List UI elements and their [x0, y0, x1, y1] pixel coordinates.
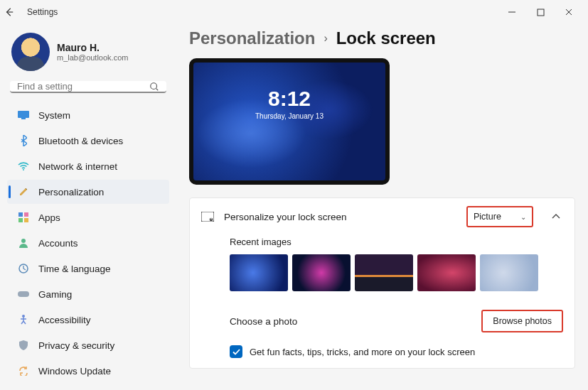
breadcrumb: Personalization › Lock screen — [189, 28, 575, 48]
personalize-row[interactable]: Personalize your lock screen Picture ⌄ — [190, 198, 574, 235]
recent-image-thumb[interactable] — [417, 254, 476, 291]
lock-screen-type-dropdown[interactable]: Picture ⌄ — [466, 206, 533, 227]
sidebar-item-accessibility[interactable]: Accessibility — [7, 308, 169, 332]
update-icon — [17, 364, 30, 377]
svg-rect-8 — [24, 218, 28, 222]
maximize-button[interactable] — [533, 4, 548, 20]
recent-image-thumb[interactable] — [230, 254, 288, 291]
nav-label: Accessibility — [38, 315, 91, 325]
personalize-label: Personalize your lock screen — [224, 212, 456, 222]
page-title: Lock screen — [336, 28, 436, 48]
nav-label: Bluetooth & devices — [38, 136, 123, 146]
fun-facts-label: Get fun facts, tips, tricks, and more on… — [250, 347, 475, 357]
recent-images-label: Recent images — [230, 237, 574, 247]
recent-image-thumb[interactable] — [292, 254, 351, 291]
svg-point-4 — [23, 169, 24, 170]
nav-label: Apps — [38, 212, 60, 223]
bluetooth-icon — [17, 134, 30, 147]
fun-facts-row[interactable]: Get fun facts, tips, tricks, and more on… — [190, 340, 574, 368]
paintbrush-icon — [17, 185, 30, 198]
svg-rect-7 — [18, 218, 23, 222]
clock-icon — [17, 262, 30, 275]
chevron-down-icon: ⌄ — [520, 213, 526, 221]
svg-point-9 — [21, 239, 26, 243]
main-content: Personalization › Lock screen 8:12 Thurs… — [176, 24, 588, 390]
svg-rect-5 — [18, 212, 23, 217]
recent-images-row — [230, 254, 574, 291]
sidebar: Mauro H. m_lab@outlook.com System Blueto… — [0, 24, 176, 390]
svg-point-12 — [22, 315, 25, 318]
dropdown-value: Picture — [474, 212, 501, 222]
nav-label: Privacy & security — [38, 340, 114, 351]
sidebar-item-update[interactable]: Windows Update — [7, 359, 169, 383]
gamepad-icon — [17, 288, 30, 300]
search-icon — [149, 82, 159, 92]
sidebar-item-apps[interactable]: Apps — [7, 205, 169, 229]
nav-label: Windows Update — [38, 366, 111, 377]
accessibility-icon — [17, 313, 30, 326]
apps-icon — [17, 211, 30, 224]
svg-rect-0 — [538, 9, 544, 16]
sidebar-item-gaming[interactable]: Gaming — [7, 282, 169, 306]
sidebar-item-accounts[interactable]: Accounts — [7, 231, 169, 255]
sidebar-item-privacy[interactable]: Privacy & security — [7, 333, 169, 357]
nav-label: Personalization — [38, 187, 104, 197]
nav-list: System Bluetooth & devices Network & int… — [7, 103, 169, 383]
nav-label: Time & language — [38, 264, 111, 274]
preview-time: 8:12 — [268, 87, 311, 111]
caption-buttons — [504, 4, 584, 20]
avatar — [11, 33, 50, 71]
fun-facts-checkbox[interactable] — [230, 345, 242, 358]
personalize-panel: Personalize your lock screen Picture ⌄ R… — [189, 197, 575, 369]
sidebar-item-bluetooth[interactable]: Bluetooth & devices — [7, 129, 169, 153]
sidebar-item-personalization[interactable]: Personalization — [7, 180, 169, 204]
lock-screen-preview: 8:12 Thursday, January 13 — [189, 58, 390, 185]
window-title: Settings — [27, 7, 58, 17]
svg-point-1 — [151, 82, 157, 89]
minimize-button[interactable] — [504, 4, 520, 20]
sidebar-item-system[interactable]: System — [7, 103, 169, 127]
sidebar-item-time[interactable]: Time & language — [7, 256, 169, 281]
preview-date: Thursday, January 13 — [255, 112, 324, 120]
browse-photos-button[interactable]: Browse photos — [481, 310, 563, 332]
wifi-icon — [17, 160, 30, 173]
back-button[interactable] — [4, 7, 23, 17]
svg-rect-6 — [24, 212, 28, 217]
recent-image-thumb[interactable] — [480, 254, 538, 291]
search-input[interactable] — [17, 81, 149, 92]
shield-icon — [17, 339, 30, 352]
recent-image-thumb[interactable] — [355, 254, 413, 291]
chevron-right-icon: › — [324, 32, 327, 45]
sidebar-item-network[interactable]: Network & internet — [7, 154, 169, 178]
breadcrumb-parent[interactable]: Personalization — [189, 28, 315, 48]
search-box[interactable] — [10, 81, 166, 93]
display-icon — [17, 109, 30, 121]
title-bar: Settings — [0, 0, 588, 24]
user-profile[interactable]: Mauro H. m_lab@outlook.com — [7, 30, 169, 81]
collapse-button[interactable] — [549, 214, 563, 220]
choose-photo-row: Choose a photo Browse photos — [190, 303, 574, 340]
svg-rect-2 — [18, 111, 29, 118]
svg-rect-11 — [18, 291, 29, 297]
picture-icon — [201, 212, 214, 222]
nav-label: System — [38, 110, 70, 121]
choose-photo-label: Choose a photo — [230, 316, 481, 327]
svg-rect-3 — [21, 118, 26, 119]
nav-label: Gaming — [38, 289, 72, 300]
user-name: Mauro H. — [57, 42, 128, 53]
nav-label: Network & internet — [38, 161, 117, 172]
nav-label: Accounts — [38, 238, 78, 249]
close-button[interactable] — [561, 4, 577, 20]
user-email: m_lab@outlook.com — [57, 53, 128, 62]
person-icon — [17, 237, 30, 249]
